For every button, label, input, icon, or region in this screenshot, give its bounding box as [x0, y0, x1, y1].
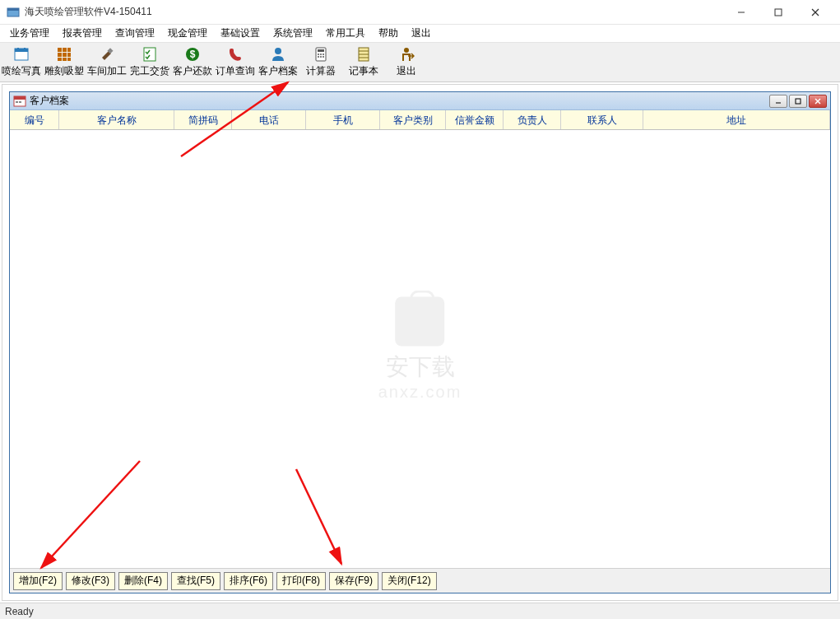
toolbar-label: 车间加工 — [87, 64, 127, 78]
window-title: 海天喷绘管理软件V4-150411 — [25, 5, 722, 19]
svg-point-31 — [323, 56, 324, 58]
toolbar-label: 喷绘写真 — [2, 64, 41, 78]
money-icon: $ — [184, 46, 201, 63]
menubar: 业务管理报表管理查询管理现金管理基础设置系统管理常用工具帮助退出 — [0, 25, 840, 43]
toolbar-calculator[interactable]: 计算器 — [299, 44, 342, 81]
column-header[interactable]: 电话 — [232, 110, 306, 129]
svg-point-26 — [318, 54, 319, 55]
action-button-1[interactable]: 修改(F3) — [66, 572, 115, 590]
toolbar-label: 完工交货 — [130, 64, 169, 78]
toolbar-calendar[interactable]: 喷绘写真 — [0, 44, 43, 81]
calculator-icon — [313, 46, 329, 63]
mdi-client-area: 客户档案 编号客户名称简拼码电话手机客户类别信誉金额负责人联系人地址 安下载 a… — [2, 84, 838, 601]
toolbar-label: 记事本 — [349, 64, 378, 78]
svg-point-27 — [320, 54, 322, 55]
svg-point-23 — [275, 48, 281, 54]
toolbar-label: 雕刻吸塑 — [44, 64, 84, 78]
close-button[interactable] — [796, 1, 833, 24]
action-button-5[interactable]: 打印(F8) — [276, 572, 326, 590]
table: 编号客户名称简拼码电话手机客户类别信誉金额负责人联系人地址 安下载 anxz.c… — [10, 110, 830, 568]
svg-point-28 — [323, 54, 324, 55]
toolbar-phone[interactable]: 订单查询 — [214, 44, 257, 81]
grid-icon — [56, 46, 72, 63]
toolbar-person[interactable]: 客户档案 — [257, 44, 299, 81]
column-header[interactable]: 简拼码 — [174, 110, 232, 129]
status-text: Ready — [5, 606, 34, 617]
toolbar-label: 退出 — [397, 64, 416, 78]
svg-point-36 — [404, 48, 409, 53]
toolbar-label: 订单查询 — [216, 64, 255, 78]
svg-rect-15 — [67, 53, 71, 57]
toolbar-checklist[interactable]: 完工交货 — [128, 44, 171, 81]
toolbar-exit[interactable]: 退出 — [385, 44, 428, 81]
minimize-button[interactable] — [722, 1, 759, 24]
svg-point-30 — [320, 56, 322, 58]
column-header[interactable]: 客户类别 — [380, 110, 446, 129]
notebook-icon — [355, 46, 372, 63]
svg-rect-12 — [67, 48, 71, 52]
svg-rect-18 — [67, 58, 71, 61]
svg-rect-1 — [7, 8, 19, 11]
menu-item-1[interactable]: 报表管理 — [56, 25, 109, 42]
menu-item-7[interactable]: 帮助 — [372, 25, 405, 42]
child-close-button[interactable] — [809, 95, 827, 108]
column-header[interactable]: 手机 — [306, 110, 380, 129]
toolbar: 喷绘写真雕刻吸塑车间加工完工交货$客户还款订单查询客户档案计算器记事本退出 — [0, 43, 840, 82]
column-header[interactable]: 地址 — [643, 110, 830, 129]
app-icon — [7, 6, 20, 19]
svg-rect-40 — [19, 101, 21, 103]
action-button-0[interactable]: 增加(F2) — [13, 572, 63, 590]
child-titlebar[interactable]: 客户档案 — [10, 92, 830, 110]
maximize-button[interactable] — [759, 1, 796, 24]
action-button-6[interactable]: 保存(F9) — [329, 572, 378, 590]
hammer-icon — [99, 46, 115, 63]
menu-item-0[interactable]: 业务管理 — [3, 25, 56, 42]
menu-item-5[interactable]: 系统管理 — [267, 25, 319, 42]
svg-point-29 — [318, 56, 319, 58]
child-maximize-button[interactable] — [789, 95, 807, 108]
toolbar-notebook[interactable]: 记事本 — [342, 44, 385, 81]
column-header[interactable]: 负责人 — [504, 110, 561, 129]
menu-item-6[interactable]: 常用工具 — [319, 25, 372, 42]
svg-rect-17 — [63, 58, 67, 61]
action-button-3[interactable]: 查找(F5) — [171, 572, 220, 590]
svg-rect-25 — [318, 49, 324, 52]
action-button-bar: 增加(F2)修改(F3)删除(F4)查找(F5)排序(F6)打印(F8)保存(F… — [10, 568, 830, 593]
svg-rect-38 — [14, 96, 26, 100]
watermark: 安下载 anxz.com — [378, 297, 462, 402]
svg-text:$: $ — [190, 49, 196, 60]
svg-rect-10 — [58, 48, 62, 52]
toolbar-grid[interactable]: 雕刻吸塑 — [43, 44, 86, 81]
action-button-4[interactable]: 排序(F6) — [224, 572, 273, 590]
column-header[interactable]: 客户名称 — [59, 110, 174, 129]
toolbar-label: 计算器 — [306, 64, 336, 78]
column-header[interactable]: 信誉金额 — [446, 110, 504, 129]
statusbar: Ready — [0, 603, 840, 619]
column-header[interactable]: 联系人 — [561, 110, 643, 129]
table-header: 编号客户名称简拼码电话手机客户类别信誉金额负责人联系人地址 — [10, 110, 830, 130]
menu-item-4[interactable]: 基础设置 — [214, 25, 267, 42]
exit-icon — [398, 46, 415, 63]
svg-rect-39 — [16, 101, 18, 103]
svg-rect-42 — [796, 99, 801, 104]
main-titlebar: 海天喷绘管理软件V4-150411 — [0, 0, 840, 25]
svg-rect-20 — [144, 48, 155, 61]
child-window-title: 客户档案 — [30, 94, 769, 108]
toolbar-label: 客户还款 — [173, 64, 212, 78]
action-button-2[interactable]: 删除(F4) — [118, 572, 168, 590]
action-button-7[interactable]: 关闭(F12) — [382, 572, 437, 590]
checklist-icon — [142, 46, 158, 63]
column-header[interactable]: 编号 — [10, 110, 59, 129]
phone-icon — [227, 46, 244, 63]
child-minimize-button[interactable] — [769, 95, 787, 108]
table-body[interactable]: 安下载 anxz.com — [10, 130, 830, 568]
toolbar-money[interactable]: $客户还款 — [171, 44, 214, 81]
child-window-customer-archive: 客户档案 编号客户名称简拼码电话手机客户类别信誉金额负责人联系人地址 安下载 a… — [9, 91, 831, 593]
svg-rect-3 — [775, 9, 782, 16]
menu-item-8[interactable]: 退出 — [405, 25, 438, 42]
menu-item-2[interactable]: 查询管理 — [109, 25, 161, 42]
calendar-icon — [13, 46, 30, 63]
menu-item-3[interactable]: 现金管理 — [161, 25, 214, 42]
toolbar-hammer[interactable]: 车间加工 — [86, 44, 128, 81]
calendar-icon — [13, 95, 26, 108]
